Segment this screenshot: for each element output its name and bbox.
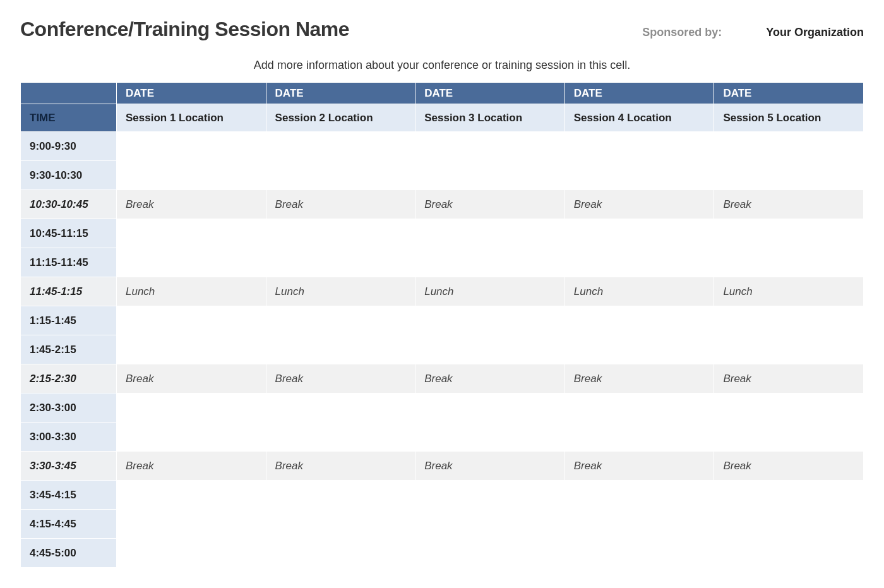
slot-cell	[266, 510, 415, 539]
slot-cell	[117, 393, 266, 423]
slot-cell	[714, 132, 864, 161]
time-cell: 4:15-4:45	[21, 510, 117, 539]
slot-cell	[117, 132, 266, 161]
slot-cell: Break	[564, 364, 714, 393]
slot-cell	[564, 539, 714, 568]
slot-cell	[266, 481, 415, 510]
slot-cell	[117, 335, 266, 364]
date-header-3: DATE	[415, 83, 565, 104]
slot-cell: Break	[266, 364, 415, 393]
table-row: 3:30-3:45BreakBreakBreakBreakBreak	[21, 452, 864, 481]
date-header-4: DATE	[564, 83, 714, 104]
date-header-2: DATE	[266, 83, 415, 104]
slot-cell	[415, 161, 565, 190]
time-cell: 1:15-1:45	[21, 306, 117, 335]
table-row: 2:30-3:00	[21, 393, 864, 423]
header-corner-cell	[21, 83, 117, 104]
time-cell: 10:45-11:15	[21, 219, 117, 248]
time-cell: 4:45-5:00	[21, 539, 117, 568]
slot-cell	[415, 248, 565, 277]
organization-name: Your Organization	[766, 26, 864, 39]
slot-cell: Break	[714, 452, 864, 481]
slot-cell	[266, 539, 415, 568]
slot-cell	[714, 219, 864, 248]
slot-cell: Lunch	[266, 277, 415, 306]
session-header-3: Session 3 Location	[415, 104, 565, 132]
time-cell: 9:30-10:30	[21, 161, 117, 190]
slot-cell	[415, 306, 565, 335]
slot-cell	[564, 132, 714, 161]
slot-cell: Lunch	[564, 277, 714, 306]
session-header-5: Session 5 Location	[714, 104, 864, 132]
time-cell: 3:30-3:45	[21, 452, 117, 481]
slot-cell	[266, 423, 415, 452]
slot-cell: Break	[117, 364, 266, 393]
page-title: Conference/Training Session Name	[20, 18, 349, 41]
slot-cell	[117, 161, 266, 190]
slot-cell	[266, 132, 415, 161]
table-row: 10:45-11:15	[21, 219, 864, 248]
table-row: 4:45-5:00	[21, 539, 864, 568]
table-row: 11:15-11:45	[21, 248, 864, 277]
time-cell: 2:15-2:30	[21, 364, 117, 393]
slot-cell	[415, 219, 565, 248]
slot-cell	[117, 510, 266, 539]
slot-cell	[714, 481, 864, 510]
slot-cell	[415, 335, 565, 364]
slot-cell: Break	[714, 190, 864, 219]
sponsor-block: Sponsored by: Your Organization	[642, 26, 864, 39]
slot-cell	[117, 481, 266, 510]
slot-cell	[714, 161, 864, 190]
slot-cell: Break	[415, 364, 565, 393]
table-row: 2:15-2:30BreakBreakBreakBreakBreak	[21, 364, 864, 393]
slot-cell: Break	[564, 452, 714, 481]
table-row: 1:45-2:15	[21, 335, 864, 364]
slot-cell	[117, 248, 266, 277]
slot-cell	[564, 219, 714, 248]
slot-cell	[714, 539, 864, 568]
page-header: Conference/Training Session Name Sponsor…	[20, 18, 864, 41]
time-cell: 2:30-3:00	[21, 393, 117, 423]
table-row: 3:00-3:30	[21, 423, 864, 452]
slot-cell: Break	[714, 364, 864, 393]
slot-cell: Break	[564, 190, 714, 219]
slot-cell: Break	[117, 452, 266, 481]
slot-cell: Lunch	[714, 277, 864, 306]
slot-cell	[117, 423, 266, 452]
slot-cell	[564, 423, 714, 452]
slot-cell: Break	[415, 190, 565, 219]
slot-cell	[117, 539, 266, 568]
slot-cell	[266, 161, 415, 190]
time-header: TIME	[21, 104, 117, 132]
sponsored-by-label: Sponsored by:	[642, 26, 722, 39]
slot-cell	[564, 335, 714, 364]
slot-cell	[266, 248, 415, 277]
slot-cell	[415, 481, 565, 510]
time-cell: 10:30-10:45	[21, 190, 117, 219]
slot-cell	[415, 393, 565, 423]
table-row: 9:30-10:30	[21, 161, 864, 190]
slot-cell	[117, 219, 266, 248]
slot-cell: Break	[266, 452, 415, 481]
slot-cell	[564, 393, 714, 423]
time-cell: 3:00-3:30	[21, 423, 117, 452]
date-header-1: DATE	[117, 83, 266, 104]
slot-cell	[415, 510, 565, 539]
table-row: 10:30-10:45BreakBreakBreakBreakBreak	[21, 190, 864, 219]
table-row: 3:45-4:15	[21, 481, 864, 510]
slot-cell	[714, 335, 864, 364]
header-row-location: TIME Session 1 Location Session 2 Locati…	[21, 104, 864, 132]
slot-cell	[266, 219, 415, 248]
session-header-2: Session 2 Location	[266, 104, 415, 132]
slot-cell: Break	[117, 190, 266, 219]
slot-cell	[415, 423, 565, 452]
slot-cell: Break	[266, 190, 415, 219]
slot-cell: Break	[415, 452, 565, 481]
slot-cell	[714, 423, 864, 452]
slot-cell	[564, 481, 714, 510]
slot-cell: Lunch	[415, 277, 565, 306]
slot-cell	[714, 393, 864, 423]
session-header-1: Session 1 Location	[117, 104, 266, 132]
time-cell: 9:00-9:30	[21, 132, 117, 161]
subtitle-text: Add more information about your conferen…	[20, 59, 864, 72]
